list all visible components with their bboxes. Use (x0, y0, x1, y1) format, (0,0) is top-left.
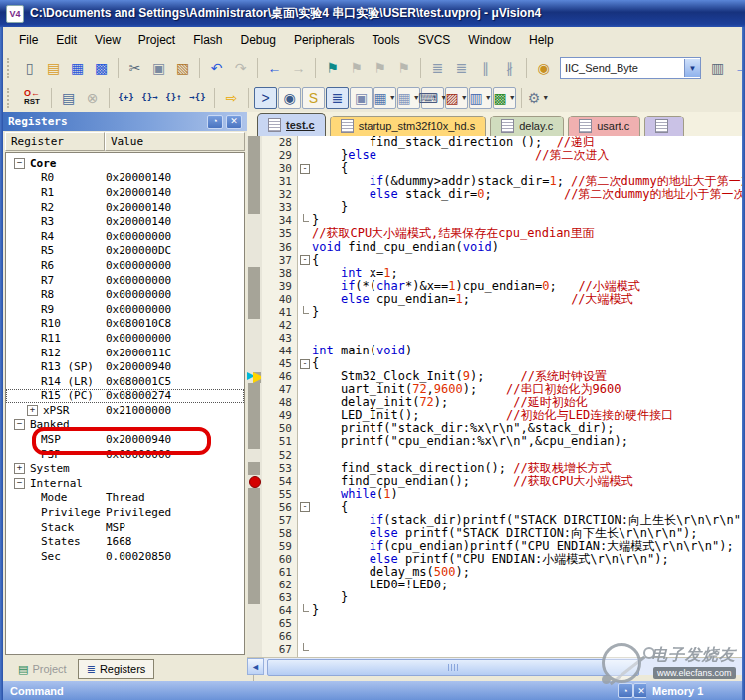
menu-svcs[interactable]: SVCS (410, 30, 459, 50)
register-row-banked[interactable]: −Banked (6, 418, 244, 433)
menu-peripherals[interactable]: Peripherals (286, 30, 363, 50)
register-row-r6[interactable]: R60x00000000 (6, 258, 244, 273)
trace-window-button[interactable]: ▥▼ (469, 87, 492, 109)
toolbar-grip[interactable] (7, 88, 13, 108)
memory-window-button[interactable]: ▦▼ (397, 87, 420, 109)
menu-file[interactable]: File (11, 30, 46, 50)
register-row-r7[interactable]: R70x00000000 (6, 273, 244, 288)
navigate-forward-button[interactable]: → (287, 57, 310, 79)
code-line-40[interactable]: 40 else cpu_endian=1; //大端模式 (247, 293, 742, 306)
find-in-files-button[interactable]: ◉ (532, 57, 555, 79)
register-row-r4[interactable]: R40x00000000 (6, 229, 244, 244)
undo-button[interactable]: ↶ (205, 57, 228, 79)
register-row-xpsr[interactable]: +xPSR0x21000000 (6, 403, 244, 418)
command-window-button[interactable]: > (254, 87, 277, 109)
register-row-r0[interactable]: R00x20000140 (6, 171, 244, 186)
current-statement-icon[interactable] (247, 370, 262, 383)
value-column-label[interactable]: Value (105, 132, 245, 151)
insert-trace-button[interactable]: ▤ (57, 87, 80, 109)
code-line-51[interactable]: 51 printf("cpu_endian:%x\r\n",&cpu_endia… (247, 435, 742, 448)
editor-tab-partial[interactable] (644, 116, 684, 136)
horizontal-scrollbar[interactable]: ◄ (247, 657, 742, 675)
register-row-states[interactable]: States1668 (6, 534, 244, 549)
tree-expander-icon[interactable]: + (27, 405, 38, 416)
scroll-left-icon[interactable]: ◄ (247, 658, 264, 675)
show-next-statement-button[interactable]: ⇨ (220, 87, 243, 109)
reset-button[interactable]: O←RST (18, 86, 46, 110)
navigate-back-button[interactable]: ← (263, 57, 286, 79)
register-row-r11[interactable]: R110x00000000 (6, 331, 244, 346)
editor-tab-usart-c[interactable]: usart.c (568, 116, 640, 136)
search-input[interactable] (561, 62, 684, 74)
tree-expander-icon[interactable]: − (14, 158, 25, 169)
register-row-r3[interactable]: R30x20000140 (6, 214, 244, 229)
registers-window-button[interactable]: ≣ (326, 87, 349, 109)
code-line-41[interactable]: 41} (247, 306, 742, 319)
symbols-window-button[interactable]: S (302, 87, 325, 109)
system-viewer-button[interactable]: ▩▼ (493, 87, 516, 109)
chevron-down-icon[interactable]: ▼ (684, 59, 700, 77)
auto-hide-pin-icon[interactable]: ◔ (207, 115, 223, 129)
paste-button[interactable]: ▧ (171, 57, 194, 79)
save-all-button[interactable]: ▩ (90, 57, 113, 79)
register-row-stack[interactable]: StackMSP (6, 520, 244, 535)
cut-button[interactable]: ✂ (124, 57, 146, 79)
tree-expander-icon[interactable]: − (14, 478, 25, 489)
register-row-r15-pc-[interactable]: R15 (PC)0x08000274 (6, 389, 244, 404)
disassembly-window-button[interactable]: ◉ (278, 87, 301, 109)
indent-button[interactable]: ≣ (426, 57, 449, 79)
new-file-button[interactable]: ▯ (18, 57, 41, 79)
code-line-33[interactable]: 33 } (247, 201, 742, 214)
menu-help[interactable]: Help (521, 30, 562, 50)
scrollbar-thumb[interactable] (267, 659, 639, 676)
stop-button[interactable]: ⊗ (81, 87, 104, 109)
run-to-cursor-button[interactable]: →{} (186, 87, 209, 109)
callstack-window-button[interactable]: ▣ (350, 87, 372, 109)
toolbar-grip[interactable] (7, 58, 13, 78)
register-row-msp[interactable]: MSP0x20000940 (6, 432, 244, 447)
breakpoint-icon[interactable] (247, 475, 262, 488)
code-line-44[interactable]: 44int main(void) (247, 345, 742, 357)
register-row-internal[interactable]: −Internal (6, 476, 244, 491)
next-bookmark-button[interactable]: ⚑ (345, 57, 368, 79)
register-row-core[interactable]: −Core (6, 156, 244, 171)
prev-bookmark-button[interactable]: ⚑ (369, 57, 391, 79)
step-out-button[interactable]: {}↑ (162, 87, 185, 109)
menu-tools[interactable]: Tools (365, 30, 408, 50)
command-window-titlebar[interactable]: Command ◔ ✕ (3, 681, 653, 700)
comment-button[interactable]: ∥ (474, 57, 497, 79)
code-line-67[interactable]: 67 (247, 643, 742, 656)
uncomment-button[interactable]: ∦ (498, 57, 521, 79)
menu-window[interactable]: Window (460, 30, 519, 50)
register-row-r5[interactable]: R50x200000DC (6, 244, 244, 259)
fold-marker[interactable] (298, 254, 312, 267)
open-folder-button[interactable]: ▤ (42, 57, 65, 79)
register-column-label[interactable]: Register (5, 132, 105, 151)
memory-window-titlebar[interactable]: Memory 1 (646, 681, 742, 700)
editor-tab-test-c[interactable]: test.c (257, 113, 326, 136)
find-button[interactable]: ▥ (706, 57, 729, 79)
step-into-button[interactable]: {+} (115, 87, 137, 109)
register-row-psp[interactable]: PSP0x00000000 (6, 447, 244, 462)
save-button[interactable]: ▦ (66, 57, 89, 79)
register-row-sec[interactable]: Sec0.00020850 (6, 549, 244, 564)
clear-bookmarks-button[interactable]: ⚑ (392, 57, 415, 79)
menu-flash[interactable]: Flash (185, 30, 230, 50)
code-line-65[interactable]: 65 (247, 617, 742, 630)
register-row-r2[interactable]: R20x20000140 (6, 200, 244, 215)
register-row-r14-lr-[interactable]: R14 (LR)0x080001C5 (6, 374, 244, 389)
tree-expander-icon[interactable]: + (14, 463, 25, 474)
register-row-r8[interactable]: R80x00000000 (6, 287, 244, 302)
editor-tab-delay-c[interactable]: delay.c (490, 116, 564, 136)
register-row-r12[interactable]: R120x2000011C (6, 346, 244, 360)
code-line-63[interactable]: 63 } (247, 591, 742, 604)
tab-project[interactable]: ▤ Project (9, 659, 76, 679)
tab-registers[interactable]: ≣ Registers (78, 659, 155, 679)
register-row-r10[interactable]: R100x080010C8 (6, 317, 244, 332)
fold-marker[interactable] (298, 357, 312, 370)
code-line-36[interactable]: 36void find_cpu_endian(void) (247, 241, 742, 254)
auto-hide-pin-icon[interactable]: ◔ (618, 683, 633, 698)
menu-debug[interactable]: Debug (233, 30, 284, 50)
editor-tab-startup-stm32f10x-hd-s[interactable]: startup_stm32f10x_hd.s (330, 116, 486, 136)
tools-button[interactable]: ⚙▼ (527, 87, 550, 109)
